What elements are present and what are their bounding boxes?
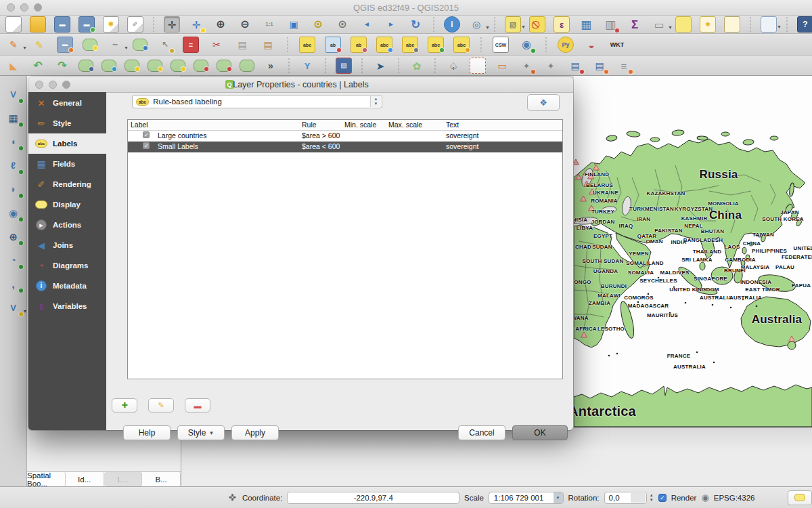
offset-point-symbol-icon[interactable]: ↖: [157, 37, 173, 53]
sidebar-item-variables[interactable]: εVariables: [28, 296, 106, 316]
cut-features-icon[interactable]: ✂: [208, 37, 225, 53]
zoom-to-selection-icon[interactable]: ⊙: [310, 16, 326, 33]
new-project-icon[interactable]: [5, 16, 22, 33]
crs-globe-icon[interactable]: ◉: [701, 492, 708, 503]
set-square-icon[interactable]: ◣: [5, 58, 22, 74]
chevron-down-icon[interactable]: ▼: [22, 45, 27, 50]
select-features-icon[interactable]: ▧▼: [505, 16, 521, 33]
scale-dropdown-icon[interactable]: ▼: [554, 492, 563, 503]
merge-features-icon[interactable]: [240, 60, 254, 72]
rule-checkbox[interactable]: ✓: [143, 131, 150, 138]
panel-tab[interactable]: L...: [104, 472, 143, 486]
python-console-icon[interactable]: Py: [558, 37, 574, 53]
chevron-down-icon[interactable]: ▼: [521, 24, 526, 29]
add-map-layer-plus-icon[interactable]: ▤: [591, 58, 608, 74]
rotation-stepper[interactable]: ▲▼: [650, 493, 654, 502]
move-label-icon[interactable]: abc: [402, 37, 418, 53]
processing-rocket-icon[interactable]: ➤: [372, 58, 388, 74]
add-wms-layer-icon[interactable]: ⊕: [5, 228, 22, 245]
select-by-expression-icon[interactable]: ε: [554, 16, 570, 33]
sidebar-item-fields[interactable]: ▦Fields: [28, 154, 106, 174]
current-edits-icon[interactable]: ✎▼: [5, 37, 22, 53]
wkt-icon[interactable]: WKT: [609, 37, 625, 53]
scale-combobox[interactable]: 1:106 729 001 ▼: [489, 492, 564, 504]
render-checkbox[interactable]: ✓: [658, 494, 667, 502]
sidebar-item-display[interactable]: Display: [28, 194, 106, 215]
sidebar-item-metadata[interactable]: iMetadata: [28, 276, 106, 296]
plugin-icon[interactable]: ✿: [409, 58, 425, 74]
labeling-icon[interactable]: ab: [325, 37, 341, 53]
sidebar-item-joins[interactable]: ◀Joins: [28, 235, 106, 255]
save-layer-edits-icon[interactable]: ▬: [57, 37, 73, 53]
zoom-full-icon[interactable]: ▣: [286, 16, 302, 33]
new-bookmark-icon[interactable]: ✱: [700, 16, 716, 33]
split-features-icon[interactable]: Y: [299, 58, 315, 74]
open-project-icon[interactable]: [30, 16, 46, 33]
delete-selected-icon[interactable]: ≡: [183, 37, 199, 53]
fill-ring-icon[interactable]: [148, 60, 162, 72]
sidebar-item-style[interactable]: ✏Style: [28, 113, 106, 133]
statistics-icon[interactable]: ▥: [602, 16, 618, 33]
refresh-icon[interactable]: ↻: [407, 16, 424, 33]
add-wcs-layer-icon[interactable]: ◔: [5, 251, 22, 269]
chevron-down-icon[interactable]: ▼: [485, 25, 490, 30]
show-bookmarks-icon[interactable]: [724, 16, 740, 33]
dialog-titlebar[interactable]: Q Layer Properties - countries | Labels: [28, 77, 573, 93]
annotation-icon[interactable]: ▼: [761, 16, 777, 33]
toggle-editing-icon[interactable]: ✎: [31, 37, 47, 53]
add-raster-layer-icon[interactable]: ▦: [5, 109, 22, 127]
add-delimited-text-icon[interactable]: ,: [5, 275, 22, 293]
measure-icon[interactable]: ▭▼: [651, 16, 667, 33]
add-postgis-layer-icon[interactable]: ◖: [5, 133, 22, 150]
ok-button[interactable]: OK: [512, 425, 568, 440]
rotate-label-icon[interactable]: abc: [428, 37, 444, 53]
sidebar-item-rendering[interactable]: ✐Rendering: [28, 174, 106, 194]
change-label-icon[interactable]: abc: [453, 37, 470, 53]
pin-labels-icon[interactable]: ab: [351, 37, 367, 53]
move-feature-icon[interactable]: [133, 39, 148, 51]
add-ring-icon[interactable]: [102, 60, 116, 72]
zoom-in-icon[interactable]: ⊕: [212, 16, 229, 33]
add-spatialite-layer-icon[interactable]: ℓ: [5, 156, 22, 174]
new-vector-layer-icon[interactable]: V▼: [5, 299, 22, 316]
coordinate-capture-icon[interactable]: ✜: [229, 492, 236, 503]
attribute-table-icon[interactable]: ▦: [578, 16, 594, 33]
chevron-down-icon[interactable]: ▼: [124, 45, 129, 50]
add-feature-icon[interactable]: [83, 39, 97, 51]
labeling-engine-settings-button[interactable]: ❖: [527, 94, 560, 111]
run-feature-action-icon[interactable]: ◎▼: [468, 16, 484, 33]
labeling-mode-select[interactable]: abc Rule-based labeling ▲▼: [132, 95, 382, 108]
delete-ring-icon[interactable]: [171, 60, 185, 72]
sum-icon[interactable]: Σ: [627, 16, 643, 33]
spade-tool-icon[interactable]: ♤: [445, 58, 461, 74]
add-oracle-layer-icon[interactable]: ◉: [5, 204, 22, 221]
label-rules-table[interactable]: LabelRuleMin. scaleMax. scaleText✓Large …: [127, 119, 563, 379]
zoom-to-layer-icon[interactable]: ⊙: [334, 16, 351, 33]
add-part-icon[interactable]: [125, 60, 139, 72]
simplify-feature-icon[interactable]: [78, 60, 93, 72]
chevron-down-icon[interactable]: ▼: [668, 25, 673, 30]
pan-to-selection-icon[interactable]: ✛: [188, 16, 204, 33]
sidebar-item-diagrams[interactable]: ◔Diagrams: [28, 255, 106, 276]
panel-tab[interactable]: Id...: [66, 472, 104, 486]
panel-tab[interactable]: B...: [142, 472, 181, 486]
zoom-out-icon[interactable]: ⊖: [237, 16, 253, 33]
wand-pin-icon[interactable]: ✦: [518, 58, 535, 74]
add-layer-group-icon[interactable]: ≡: [616, 58, 632, 74]
composer-template-icon[interactable]: ▤: [336, 58, 352, 74]
identify-features-icon[interactable]: i: [444, 16, 460, 33]
style-menu-button[interactable]: Style ▼: [177, 425, 225, 440]
select-region-icon[interactable]: [470, 58, 486, 74]
csw-icon[interactable]: CSW: [493, 37, 509, 53]
help-contents-icon[interactable]: ?: [797, 16, 812, 33]
edit-rule-button[interactable]: ✎: [148, 398, 174, 412]
delete-part-icon[interactable]: [194, 60, 208, 72]
highlight-labels-icon[interactable]: abc: [299, 37, 315, 53]
add-rule-button[interactable]: ✚: [112, 398, 137, 412]
sidebar-item-general[interactable]: ✕General: [28, 93, 106, 113]
deselect-features-icon[interactable]: ⃠: [529, 16, 545, 33]
add-map-layer-icon[interactable]: ▤: [567, 58, 583, 74]
panel-tab[interactable]: Spatial Boo...: [27, 472, 66, 486]
redo-icon[interactable]: ↷: [54, 58, 70, 74]
coordinate-input[interactable]: -220.9,97.4: [287, 492, 459, 504]
